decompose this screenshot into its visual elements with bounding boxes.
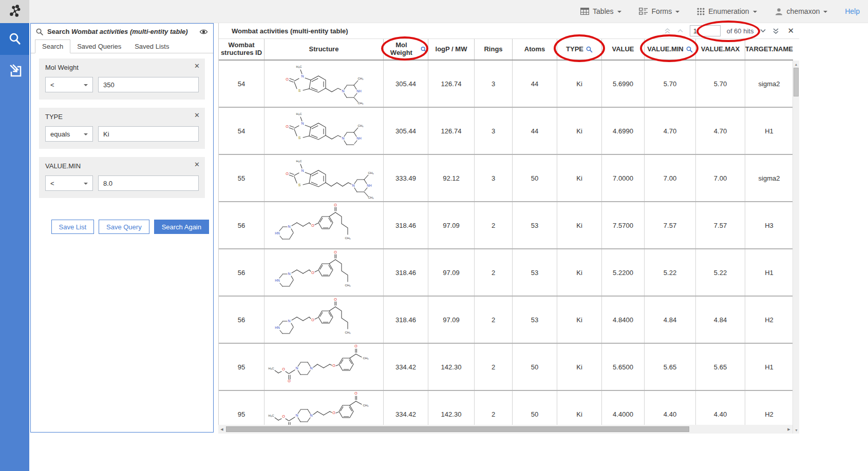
cell-atoms: 50 xyxy=(512,391,557,425)
svg-text:O: O xyxy=(334,203,337,207)
table-row[interactable]: 95H₃COONNOOCH₃334.42142.30250Ki5.65005.6… xyxy=(219,344,793,391)
cell-mol-weight: 318.46 xyxy=(383,249,428,296)
search-nav-button[interactable] xyxy=(0,23,29,55)
table-row[interactable]: 95H₃COONNOOCH₃334.42142.30250Ki4.40004.4… xyxy=(219,391,793,425)
cell-type: Ki xyxy=(557,391,601,425)
svg-text:CH₃: CH₃ xyxy=(357,77,364,80)
table-row[interactable]: 55NSOH₃CNNHCH₃CH₃333.4992.12350Ki7.00007… xyxy=(219,155,793,202)
enumeration-menu[interactable]: Enumeration xyxy=(697,7,757,15)
visibility-toggle[interactable] xyxy=(199,29,208,35)
svg-text:NH: NH xyxy=(367,184,372,187)
cell-id: 54 xyxy=(219,61,264,107)
filter-card-value-min: VALUE.MIN ✕ < xyxy=(39,157,205,198)
svg-text:O: O xyxy=(286,172,289,175)
column-header-label: TYPE xyxy=(566,46,583,53)
svg-text:N: N xyxy=(301,122,304,125)
cell-logp-mw: 97.09 xyxy=(428,202,474,248)
scroll-down-arrow[interactable]: ▼ xyxy=(793,426,800,434)
filter-operator-select[interactable]: < xyxy=(45,77,93,92)
table-header-row: Wombat structures IDStructureMol Weightl… xyxy=(219,39,793,61)
table-body: 54NSOH₃CNNHCH₃CH₃305.44126.74344Ki5.6990… xyxy=(219,61,793,425)
user-menu[interactable]: chemaxon xyxy=(775,7,828,15)
table-row[interactable]: 56NHNOOCH₃318.4697.09253Ki4.84004.844.84… xyxy=(219,297,793,344)
table-row[interactable]: 54NSOH₃CNNHCH₃305.44126.74344Ki4.69904.7… xyxy=(219,108,793,155)
structure-drawing: NSOH₃CNNHCH₃CH₃ xyxy=(265,155,383,201)
tables-menu[interactable]: Tables xyxy=(580,7,621,15)
forms-menu[interactable]: Forms xyxy=(639,7,680,15)
close-table-icon[interactable]: ✕ xyxy=(787,26,794,35)
column-header-label: logP / MW xyxy=(436,46,467,53)
filter-value-input[interactable] xyxy=(98,77,199,92)
svg-text:O: O xyxy=(354,344,357,348)
horizontal-scroll-thumb[interactable] xyxy=(226,426,689,432)
cell-mol-weight: 333.49 xyxy=(383,155,428,201)
column-header-label: Atoms xyxy=(524,46,545,53)
structure-drawing: NHNOOCH₃ xyxy=(265,202,383,248)
table-row[interactable]: 56NHNOOCH₃318.4697.09253Ki5.22005.225.22… xyxy=(219,249,793,297)
svg-text:O: O xyxy=(332,364,335,367)
filters-container: Mol Weight ✕ < TYPE ✕ equals VALUE.MIN ✕… xyxy=(31,58,213,198)
filter-value-input[interactable] xyxy=(98,126,199,142)
table-row[interactable]: 54NSOH₃CNNHCH₃CH₃305.44126.74344Ki5.6990… xyxy=(219,61,793,108)
filter-remove-icon[interactable]: ✕ xyxy=(194,111,200,119)
scroll-left-arrow[interactable]: ◀ xyxy=(218,427,225,431)
filter-value-input[interactable] xyxy=(98,175,199,191)
molecule-logo-icon xyxy=(7,4,23,19)
cell-structure: NSOH₃CNNHCH₃CH₃ xyxy=(264,61,383,107)
cell-type: Ki xyxy=(557,344,601,390)
cell-id: 56 xyxy=(219,202,264,248)
svg-text:S: S xyxy=(298,183,300,187)
tab-search[interactable]: Search xyxy=(35,40,70,53)
filter-remove-icon[interactable]: ✕ xyxy=(194,161,200,168)
column-header-rings[interactable]: Rings xyxy=(474,39,512,60)
chemaxon-logo[interactable] xyxy=(0,0,29,23)
vertical-scroll-thumb[interactable] xyxy=(794,68,799,96)
column-header-type[interactable]: TYPE xyxy=(557,39,601,60)
svg-text:NH: NH xyxy=(356,136,362,140)
column-header-structure[interactable]: Structure xyxy=(264,39,383,60)
filter-operator-select[interactable]: equals xyxy=(45,126,93,142)
help-link[interactable]: Help xyxy=(845,7,860,15)
vertical-scrollbar[interactable]: ▲ ▼ xyxy=(792,61,799,434)
filter-operator-select[interactable]: < xyxy=(45,175,93,191)
search-again-button[interactable]: Search Again xyxy=(154,220,209,234)
column-header-value[interactable]: VALUE xyxy=(601,39,644,60)
horizontal-scrollbar[interactable]: ◀ ▶ xyxy=(218,425,792,434)
last-page-button[interactable] xyxy=(772,28,779,34)
column-header-logp-mw[interactable]: logP / MW xyxy=(428,39,474,60)
table-row[interactable]: 56NHNOOCH₃318.4697.09253Ki7.57007.577.57… xyxy=(219,202,793,249)
svg-text:H₃C: H₃C xyxy=(296,112,302,115)
column-header-value-min[interactable]: VALUE.MIN xyxy=(644,39,695,60)
scroll-up-arrow[interactable]: ▲ xyxy=(793,61,799,68)
scroll-right-arrow[interactable]: ▶ xyxy=(785,427,792,431)
svg-text:S: S xyxy=(298,89,300,92)
cell-value-max: 7.57 xyxy=(695,202,745,248)
import-nav-button[interactable] xyxy=(0,55,29,87)
column-header-wombat-structures-id[interactable]: Wombat structures ID xyxy=(219,39,264,60)
column-header-mol-weight[interactable]: Mol Weight xyxy=(383,39,428,60)
column-header-atoms[interactable]: Atoms xyxy=(512,39,557,60)
filter-card-type: TYPE ✕ equals xyxy=(39,108,205,149)
filter-controls: < xyxy=(45,77,199,92)
column-header-label: Rings xyxy=(484,46,502,53)
tab-saved-queries[interactable]: Saved Queries xyxy=(70,40,128,53)
cell-rings: 2 xyxy=(474,344,512,390)
cell-value: 5.6990 xyxy=(601,61,644,107)
next-page-button[interactable] xyxy=(760,29,766,33)
column-header-target-name[interactable]: TARGET.NAME xyxy=(745,39,793,60)
chevron-down-icon xyxy=(675,11,680,13)
tab-saved-lists[interactable]: Saved Lists xyxy=(128,40,176,53)
cell-target-name: H1 xyxy=(745,108,793,154)
save-list-button[interactable]: Save List xyxy=(51,220,94,234)
first-page-button[interactable] xyxy=(664,28,671,34)
svg-text:O: O xyxy=(286,77,289,81)
svg-text:CH₃: CH₃ xyxy=(363,404,369,407)
page-number-input[interactable] xyxy=(690,25,721,36)
previous-page-button[interactable] xyxy=(677,29,684,33)
search-panel-title: Search Wombat activities (multi-entity t… xyxy=(47,28,188,35)
cell-value-min: 4.40 xyxy=(644,391,695,425)
cell-structure: NHNOOCH₃ xyxy=(264,249,383,296)
column-header-value-max[interactable]: VALUE.MAX xyxy=(695,39,745,60)
save-query-button[interactable]: Save Query xyxy=(99,220,149,234)
filter-remove-icon[interactable]: ✕ xyxy=(194,62,200,70)
